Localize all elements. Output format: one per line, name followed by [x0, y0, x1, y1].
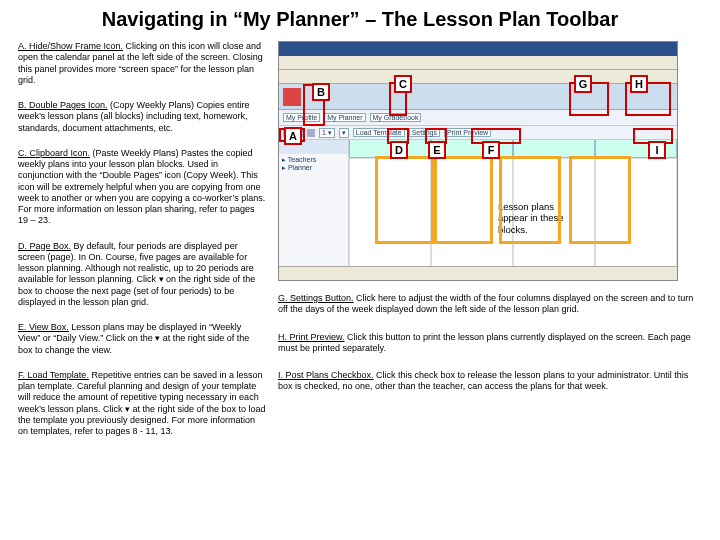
item-a: A. Hide/Show Frame Icon. Clicking on thi… [18, 41, 266, 86]
titlebar [279, 42, 677, 56]
app-screenshot: My Profile My Planner My Gradebook 1 ▾ ▾… [278, 41, 678, 281]
label-e: E [428, 141, 446, 159]
item-d: D. Page Box. By default, four periods ar… [18, 241, 266, 309]
statusbar [279, 266, 677, 280]
addressbar [279, 70, 677, 84]
sidebar: ▸ Teachers▸ Planner [279, 140, 349, 268]
block-3 [499, 156, 561, 244]
label-f: F [482, 141, 500, 159]
label-b: B [312, 83, 330, 101]
item-e-label: E. View Box. [18, 322, 69, 332]
right-column: My Profile My Planner My Gradebook 1 ▾ ▾… [278, 41, 702, 451]
sidebar-tree: ▸ Teachers▸ Planner [279, 154, 348, 174]
label-h: H [630, 75, 648, 93]
nav-tabs: My Profile My Planner My Gradebook [279, 110, 677, 126]
item-g: G. Settings Button. Click here to adjust… [278, 293, 702, 316]
label-a: A [284, 127, 302, 145]
view-box[interactable]: ▾ [339, 128, 349, 138]
page-title: Navigating in “My Planner” – The Lesson … [18, 8, 702, 31]
item-b: B. Double Pages Icon. (Copy Weekly Plans… [18, 100, 266, 134]
brand-bar [279, 84, 677, 110]
logo-icon [283, 88, 301, 106]
item-f-label: F. Load Template. [18, 370, 89, 380]
clipboard-icon[interactable] [307, 129, 315, 137]
tab-planner[interactable]: My Planner [324, 113, 365, 122]
menubar [279, 56, 677, 70]
item-i-label: I. Post Plans Checkbox. [278, 370, 374, 380]
item-f: F. Load Template. Repetitive entries can… [18, 370, 266, 438]
item-h: H. Print Preview. Click this button to p… [278, 332, 702, 355]
label-d: D [390, 141, 408, 159]
right-text-items: G. Settings Button. Click here to adjust… [278, 293, 702, 393]
block-2 [431, 156, 493, 244]
item-c: C. Clipboard Icon. (Paste Weekly Plans) … [18, 148, 266, 227]
item-d-label: D. Page Box. [18, 241, 71, 251]
block-4 [569, 156, 631, 244]
item-c-label: C. Clipboard Icon. [18, 148, 90, 158]
item-h-label: H. Print Preview. [278, 332, 345, 342]
item-i: I. Post Plans Checkbox. Click this check… [278, 370, 702, 393]
label-g: G [574, 75, 592, 93]
label-c: C [394, 75, 412, 93]
item-c-body: (Paste Weekly Plans) Pastes the copied w… [18, 148, 265, 226]
label-i: I [648, 141, 666, 159]
item-g-label: G. Settings Button. [278, 293, 354, 303]
block-1 [375, 156, 437, 244]
item-e: E. View Box. Lesson plans may be display… [18, 322, 266, 356]
left-column: A. Hide/Show Frame Icon. Clicking on thi… [18, 41, 266, 451]
page-box[interactable]: 1 ▾ [319, 128, 335, 138]
item-b-label: B. Double Pages Icon. [18, 100, 108, 110]
item-a-label: A. Hide/Show Frame Icon. [18, 41, 123, 51]
